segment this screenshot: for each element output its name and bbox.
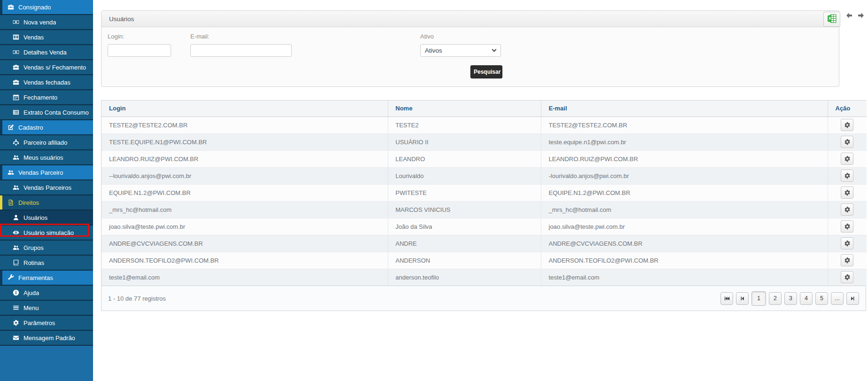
users-table: Login Nome E-mail Ação TESTE2@TESTE2.COM… [101, 100, 866, 311]
page-button-[interactable]: ... [831, 292, 844, 305]
list-icon [13, 109, 19, 116]
sidebar-item-label: Vendas fechadas [23, 79, 70, 86]
login-input[interactable] [108, 44, 171, 57]
page-button-5[interactable]: 5 [815, 292, 828, 305]
row-settings-button[interactable] [841, 254, 853, 266]
sidebar-item-nova-venda[interactable]: Nova venda [0, 15, 93, 30]
row-settings-button[interactable] [841, 237, 853, 249]
sidebar-item-direitos[interactable]: Direitos [0, 195, 93, 210]
email-label: E-mail: [190, 33, 292, 40]
cell-email: TESTE2@TESTE2.COM.BR [541, 117, 828, 133]
page-button-3[interactable]: 3 [784, 292, 797, 305]
pager-last-button[interactable] [846, 292, 859, 305]
sidebar-item-parametros[interactable]: Parâmetros [0, 316, 93, 331]
sidebar-item-label: Meus usuários [23, 154, 63, 161]
pager-last-icon [850, 295, 856, 302]
sidebar-item-vendas-s-fechamento[interactable]: Vendas s/ Fechamento [0, 60, 93, 75]
sidebar-item-label: Usuário simulação [23, 229, 74, 236]
cell-nome: ANDRE [388, 235, 541, 252]
cell-nome: João da Silva [388, 218, 541, 235]
table-row: _mrs_hc@hotmail.comMARCOS VINICIUS_mrs_h… [102, 201, 867, 218]
edit-icon [8, 124, 14, 131]
sidebar-item-meus-usuarios[interactable]: Meus usuários [0, 150, 93, 165]
cell-acao [828, 184, 867, 201]
row-settings-button[interactable] [841, 170, 853, 182]
panel-body: Login: E-mail: Ativo Ativos Pesquisar [102, 27, 839, 87]
user-icon [13, 214, 19, 221]
sidebar-item-parceiro-afiliado[interactable]: Parceiro afiliado [0, 135, 93, 150]
cell-nome: PWITESTE [388, 184, 541, 201]
cell-email: teste.equipe.n1@pwi.com.br [541, 133, 828, 150]
sidebar-item-ajuda[interactable]: Ajuda [0, 286, 93, 301]
sidebar-item-label: Mensagem Padrão [23, 334, 75, 342]
calendar-icon [13, 94, 19, 101]
row-settings-button[interactable] [841, 119, 853, 131]
cell-login: --lourivaldo.anjos@pwi.com.br [102, 167, 388, 184]
page-button-1[interactable]: 1 [751, 291, 766, 306]
cell-acao [828, 167, 867, 184]
cell-acao [828, 150, 867, 167]
sidebar-item-menu[interactable]: Menu [0, 301, 93, 316]
sidebar: ConsignadoNova vendaVendasDetalhes Venda… [0, 0, 93, 381]
briefcase-icon [13, 79, 19, 86]
page-button-4[interactable]: 4 [800, 292, 813, 305]
row-settings-button[interactable] [841, 153, 853, 165]
pager-prev-button[interactable] [736, 292, 749, 305]
eye-icon [13, 229, 19, 236]
table-footer: 1 - 10 de 77 registros 12345... [102, 286, 866, 311]
cell-login: joao.silva@teste.pwi.com.br [102, 218, 388, 235]
arrow-right-icon[interactable] [857, 12, 865, 19]
row-settings-button[interactable] [841, 203, 853, 216]
column-header-email[interactable]: E-mail [541, 101, 828, 117]
row-settings-button[interactable] [841, 187, 853, 199]
sidebar-item-vendas[interactable]: Vendas [0, 30, 93, 45]
sidebar-item-fechamento[interactable]: Fechamento [0, 90, 93, 105]
row-settings-button[interactable] [841, 220, 853, 233]
sidebar-item-usuarios[interactable]: Usuários [0, 210, 93, 225]
sidebar-item-extrato-conta-consumo[interactable]: Extrato Conta Consumo [0, 105, 93, 120]
sidebar-item-usuario-simulacao[interactable]: Usuário simulação [0, 225, 93, 241]
sidebar-item-mensagem-padrao[interactable]: Mensagem Padrão [0, 331, 93, 346]
sidebar-item-cadastro[interactable]: Cadastro [0, 120, 93, 135]
column-header-login[interactable]: Login [102, 101, 388, 117]
cell-acao [828, 133, 867, 150]
users-icon [13, 184, 19, 191]
sidebar-item-consignado[interactable]: Consignado [0, 0, 93, 15]
sidebar-item-label: Parâmetros [23, 319, 55, 327]
page-nav-arrows [845, 12, 865, 19]
cell-nome: USUÁRIO II [388, 133, 541, 150]
search-button[interactable]: Pesquisar [470, 65, 502, 78]
sidebar-item-vendas-parceiros[interactable]: Vendas Parceiros [0, 180, 93, 195]
email-field-group: E-mail: [190, 33, 292, 57]
sidebar-item-detalhes-venda[interactable]: Detalhes Venda [0, 45, 93, 60]
sidebar-item-ferramentas[interactable]: Ferramentas [0, 271, 93, 286]
users-filter-panel: Usuários Login: E-mail: Ativo Ativos Pes… [101, 10, 839, 87]
money-icon [13, 19, 19, 25]
sidebar-item-label: Detalhes Venda [23, 49, 67, 56]
sidebar-menu: ConsignadoNova vendaVendasDetalhes Venda… [0, 0, 93, 346]
cell-login: _mrs_hc@hotmail.com [102, 201, 388, 218]
sidebar-item-vendas-parceiro[interactable]: Vendas Parceiro [0, 165, 93, 180]
login-field-group: Login: [108, 33, 171, 57]
excel-export-button[interactable] [823, 12, 840, 27]
table-row: TESTE2@TESTE2.COM.BRTESTE2TESTE2@TESTE2.… [102, 117, 867, 133]
table-row: EQUIPE.N1.2@PWI.COM.BRPWITESTEEQUIPE.N1.… [102, 184, 867, 201]
cell-acao [828, 201, 867, 218]
sidebar-item-label: Fechamento [23, 94, 57, 101]
row-settings-button[interactable] [841, 136, 853, 148]
email-input[interactable] [190, 44, 292, 57]
cell-login: TESTE2@TESTE2.COM.BR [102, 117, 388, 133]
cell-email: LEANDRO.RUIZ@PWI.COM.BR [541, 150, 828, 167]
column-header-nome[interactable]: Nome [388, 101, 541, 117]
sidebar-item-vendas-fechadas[interactable]: Vendas fechadas [0, 75, 93, 90]
page-button-2[interactable]: 2 [769, 292, 782, 305]
pager-first-button[interactable] [720, 292, 733, 305]
users-icon [8, 169, 14, 176]
cell-acao [828, 117, 867, 133]
sidebar-item-grupos[interactable]: Grupos [0, 241, 93, 256]
sidebar-item-rotinas[interactable]: Rotinas [0, 256, 93, 271]
ativo-select[interactable]: Ativos [420, 44, 501, 57]
row-settings-button[interactable] [841, 271, 853, 283]
pager-prev-icon [739, 295, 745, 302]
arrow-left-icon[interactable] [845, 12, 853, 19]
